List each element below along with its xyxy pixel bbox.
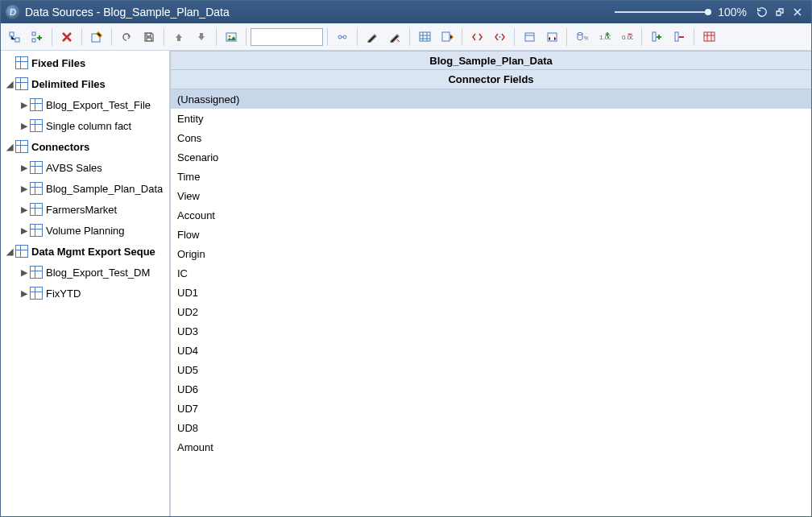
tree-cat-delimited-files[interactable]: ◢ Delimited Files — [1, 73, 169, 94]
code-left-icon[interactable] — [466, 27, 487, 48]
field-row[interactable]: Amount — [171, 437, 811, 457]
tree-item-avbs-sales[interactable]: ▶ AVBS Sales — [1, 157, 169, 178]
expand-arrow-icon[interactable]: ▶ — [19, 205, 30, 215]
collapse-arrow-icon[interactable]: ◢ — [4, 142, 15, 152]
window: D Data Sources - Blog_Sample_Plan_Data 1… — [0, 0, 812, 517]
svg-point-14 — [578, 33, 582, 35]
svg-rect-12 — [525, 33, 534, 41]
col-del-icon[interactable] — [669, 27, 690, 48]
delete-icon[interactable] — [56, 27, 77, 48]
tree-add-icon[interactable] — [4, 27, 25, 48]
grid-icon — [15, 77, 28, 90]
refresh-icon[interactable] — [753, 3, 771, 21]
search-input[interactable] — [251, 28, 323, 46]
table-icon[interactable] — [414, 27, 435, 48]
save-icon[interactable] — [139, 27, 160, 48]
svg-rect-1 — [15, 38, 19, 42]
collapse-arrow-icon[interactable]: ◢ — [4, 246, 15, 257]
calendar-code-icon[interactable] — [541, 27, 562, 48]
svg-point-7 — [338, 35, 342, 39]
db-percent-icon[interactable]: % — [571, 27, 592, 48]
main-subtitle: Connector Fields — [170, 70, 811, 89]
code-right-icon[interactable] — [489, 27, 510, 48]
expand-arrow-icon[interactable]: ▶ — [19, 288, 30, 299]
expand-arrow-icon[interactable]: ▶ — [19, 225, 30, 236]
expand-arrow-icon[interactable]: ▶ — [19, 163, 30, 173]
tree-label: AVBS Sales — [46, 162, 102, 174]
field-row[interactable]: UD2 — [171, 302, 811, 321]
grid-icon — [30, 203, 43, 216]
svg-point-8 — [343, 35, 346, 39]
field-row[interactable]: Scenario — [171, 147, 811, 167]
num-minus-icon[interactable]: 0.00 — [616, 27, 637, 48]
grid-icon — [30, 266, 43, 279]
move-down-icon[interactable] — [191, 27, 212, 48]
popout-icon[interactable] — [771, 3, 789, 21]
pencil2-icon[interactable] — [384, 27, 405, 48]
field-row[interactable]: UD7 — [171, 399, 811, 418]
zoom-track[interactable] — [615, 11, 711, 13]
tree-label: Single column fact — [46, 120, 131, 132]
table-fx-icon[interactable] — [437, 27, 458, 48]
tree-item-blog-sample-plan-data[interactable]: ▶ Blog_Sample_Plan_Data — [1, 178, 169, 199]
expand-arrow-icon[interactable]: ▶ — [19, 100, 30, 110]
grid-icon — [15, 245, 28, 258]
toolbar: % 1.00 0.00 — [1, 23, 811, 51]
fields-list: (Unassigned)EntityConsScenarioTimeViewAc… — [170, 89, 811, 516]
app-logo-icon: D — [6, 5, 20, 19]
tree-cat-connectors[interactable]: ◢ Connectors — [1, 136, 169, 157]
field-row[interactable]: UD3 — [171, 321, 811, 341]
col-add-icon[interactable] — [646, 27, 667, 48]
field-row[interactable]: UD4 — [171, 341, 811, 360]
tree-item-single-column-fact[interactable]: ▶ Single column fact — [1, 115, 169, 136]
tree-item-volume-planning[interactable]: ▶ Volume Planning — [1, 220, 169, 241]
field-row[interactable]: UD6 — [171, 379, 811, 399]
field-row[interactable]: UD5 — [171, 360, 811, 379]
tree-item-blog-export-test-dm[interactable]: ▶ Blog_Export_Test_DM — [1, 262, 169, 283]
tree-label: Blog_Export_Test_DM — [46, 267, 150, 279]
num-plus-icon[interactable]: 1.00 — [594, 27, 615, 48]
grid-icon — [30, 287, 43, 300]
field-row[interactable]: View — [171, 186, 811, 205]
zoom-slider[interactable]: 100% — [615, 6, 747, 19]
svg-point-6 — [229, 35, 231, 37]
tree-item-blog-export-test-file[interactable]: ▶ Blog_Export_Test_File — [1, 94, 169, 115]
svg-text:%: % — [584, 35, 588, 41]
tree-label: Data Mgmt Export Seque — [31, 246, 155, 258]
titlebar: D Data Sources - Blog_Sample_Plan_Data 1… — [1, 1, 811, 23]
field-row[interactable]: Time — [171, 167, 811, 186]
expand-arrow-icon[interactable]: ▶ — [19, 184, 30, 194]
edit-new-icon[interactable] — [86, 27, 107, 48]
move-up-icon[interactable] — [168, 27, 189, 48]
tree-add2-icon[interactable] — [27, 27, 48, 48]
field-row[interactable]: UD1 — [171, 283, 811, 302]
tree-item-fixytd[interactable]: ▶ FixYTD — [1, 283, 169, 304]
expand-arrow-icon[interactable]: ▶ — [19, 121, 30, 131]
body: Fixed Files ◢ Delimited Files ▶ Blog_Exp… — [1, 51, 811, 516]
zoom-thumb[interactable] — [705, 9, 711, 15]
tree-cat-dm-export[interactable]: ◢ Data Mgmt Export Seque — [1, 241, 169, 262]
image-icon[interactable] — [221, 27, 242, 48]
field-row[interactable]: (Unassigned) — [171, 89, 811, 109]
expand-arrow-icon[interactable]: ▶ — [19, 267, 30, 278]
calendar-icon[interactable] — [519, 27, 540, 48]
undo-icon[interactable] — [116, 27, 137, 48]
svg-rect-9 — [420, 32, 430, 41]
svg-rect-19 — [675, 32, 678, 41]
tree-label: FarmersMarket — [46, 204, 117, 216]
find-icon[interactable] — [332, 27, 353, 48]
tree-item-farmersmarket[interactable]: ▶ FarmersMarket — [1, 199, 169, 220]
tree-cat-fixed-files[interactable]: Fixed Files — [1, 52, 169, 73]
grid-red-icon[interactable] — [698, 27, 719, 48]
field-row[interactable]: Flow — [171, 225, 811, 244]
pencil1-icon[interactable] — [362, 27, 383, 48]
field-row[interactable]: Cons — [171, 128, 811, 147]
field-row[interactable]: Entity — [171, 109, 811, 128]
field-row[interactable]: IC — [171, 263, 811, 283]
close-icon[interactable] — [789, 3, 806, 21]
field-row[interactable]: UD8 — [171, 418, 811, 437]
collapse-arrow-icon[interactable]: ◢ — [4, 79, 15, 89]
field-row[interactable]: Account — [171, 205, 811, 225]
field-row[interactable]: Origin — [171, 244, 811, 263]
svg-rect-0 — [10, 32, 14, 36]
